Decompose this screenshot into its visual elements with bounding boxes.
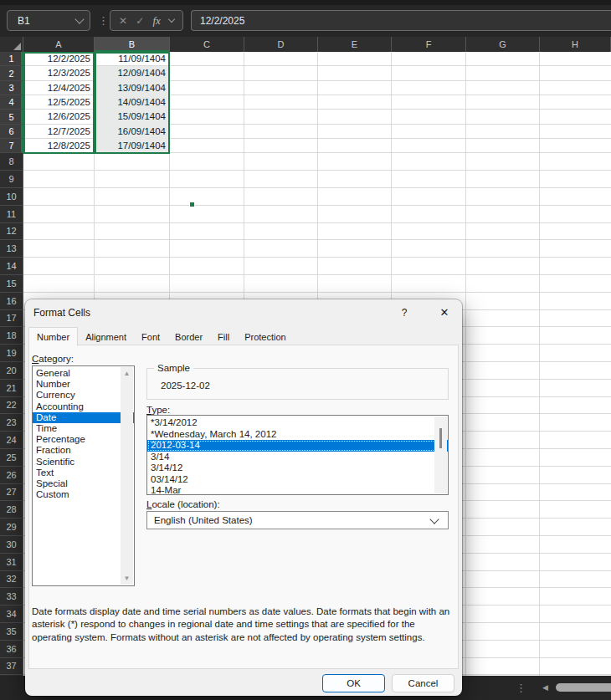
- dialog-tab-strip: NumberAlignmentFontBorderFillProtection: [28, 327, 294, 345]
- chevron-down-icon[interactable]: [168, 16, 175, 23]
- row-header-16[interactable]: 16: [0, 293, 23, 310]
- column-header-H[interactable]: H: [540, 37, 611, 52]
- ok-button[interactable]: OK: [322, 674, 385, 692]
- row-header-13[interactable]: 13: [0, 240, 23, 258]
- category-item-percentage[interactable]: Percentage: [33, 434, 134, 445]
- type-scrollbar-thumb[interactable]: [439, 428, 442, 448]
- fill-handle[interactable]: [189, 202, 195, 207]
- row-header-4[interactable]: 4: [0, 95, 23, 110]
- column-header-A[interactable]: A: [23, 37, 95, 52]
- scroll-down-icon[interactable]: ▼: [124, 575, 131, 582]
- title-strip: [0, 0, 611, 5]
- insert-function-icon[interactable]: fx: [152, 14, 160, 28]
- type-item-6[interactable]: 14-Mar: [147, 485, 448, 495]
- row-header-31[interactable]: 31: [0, 554, 23, 571]
- row-header-6[interactable]: 6: [0, 125, 23, 139]
- horizontal-scrollbar-thumb[interactable]: [556, 683, 611, 692]
- row-header-29[interactable]: 29: [0, 519, 23, 536]
- column-header-E[interactable]: E: [318, 37, 392, 52]
- close-icon[interactable]: ✕: [434, 304, 455, 321]
- category-item-fraction[interactable]: Fraction: [33, 445, 134, 456]
- category-item-general[interactable]: General: [33, 368, 134, 379]
- confirm-entry-icon[interactable]: ✓: [136, 15, 144, 27]
- type-item-2[interactable]: 2012-03-14: [147, 440, 448, 452]
- cancel-button[interactable]: Cancel: [392, 674, 454, 692]
- row-header-15[interactable]: 15: [0, 275, 23, 293]
- row-header-2[interactable]: 2: [0, 66, 23, 80]
- category-item-currency[interactable]: Currency: [33, 390, 134, 401]
- row-header-8[interactable]: 8: [0, 153, 23, 171]
- column-header-C[interactable]: C: [170, 37, 244, 52]
- category-item-time[interactable]: Time: [33, 423, 134, 434]
- row-header-7[interactable]: 7: [0, 139, 23, 153]
- row-header-33[interactable]: 33: [0, 588, 23, 605]
- category-item-number[interactable]: Number: [33, 379, 134, 390]
- row-header-27[interactable]: 27: [0, 484, 23, 502]
- row-header-30[interactable]: 30: [0, 536, 23, 554]
- column-header-B[interactable]: B: [95, 37, 170, 52]
- row-header-3[interactable]: 3: [0, 81, 23, 95]
- row-header-37[interactable]: 37: [0, 658, 23, 676]
- row-header-9[interactable]: 9: [0, 171, 23, 188]
- category-list: GeneralNumberCurrencyAccountingDateTimeP…: [33, 366, 134, 500]
- category-listbox[interactable]: GeneralNumberCurrencyAccountingDateTimeP…: [32, 365, 135, 586]
- type-item-5[interactable]: 03/14/12: [147, 474, 448, 486]
- row-header-21[interactable]: 21: [0, 380, 23, 397]
- row-header-24[interactable]: 24: [0, 432, 23, 449]
- type-item-3[interactable]: 3/14: [147, 452, 448, 463]
- category-item-scientific[interactable]: Scientific: [33, 457, 134, 468]
- category-item-date[interactable]: Date: [33, 412, 134, 423]
- scroll-left-icon[interactable]: ◀: [542, 683, 548, 692]
- select-all-corner[interactable]: [0, 37, 23, 52]
- category-item-custom[interactable]: Custom: [33, 489, 134, 500]
- tab-number[interactable]: Number: [28, 327, 78, 346]
- row-header-18[interactable]: 18: [0, 327, 23, 345]
- tab-alignment[interactable]: Alignment: [78, 330, 134, 345]
- cancel-entry-icon[interactable]: ✕: [119, 15, 127, 27]
- tab-protection[interactable]: Protection: [237, 330, 294, 345]
- category-item-accounting[interactable]: Accounting: [33, 401, 134, 412]
- selection-border-column-b: [95, 52, 170, 154]
- name-box[interactable]: B1: [7, 10, 90, 31]
- row-header-35[interactable]: 35: [0, 623, 23, 641]
- row-header-25[interactable]: 25: [0, 449, 23, 467]
- row-header-1[interactable]: 1: [0, 52, 23, 66]
- row-header-32[interactable]: 32: [0, 571, 23, 589]
- row-header-14[interactable]: 14: [0, 258, 23, 275]
- row-header-36[interactable]: 36: [0, 641, 23, 658]
- type-listbox[interactable]: *3/14/2012*Wednesday, March 14, 20122012…: [146, 415, 449, 495]
- row-header-10[interactable]: 10: [0, 188, 23, 206]
- row-header-5[interactable]: 5: [0, 110, 23, 124]
- column-header-G[interactable]: G: [466, 37, 540, 52]
- splitter-grip-icon[interactable]: ⋮: [516, 676, 526, 700]
- column-header-D[interactable]: D: [244, 37, 318, 52]
- type-item-1[interactable]: *Wednesday, March 14, 2012: [147, 429, 448, 441]
- type-scrollbar[interactable]: [434, 416, 447, 493]
- category-item-text[interactable]: Text: [33, 468, 134, 478]
- chevron-down-icon[interactable]: [74, 14, 84, 23]
- tab-border[interactable]: Border: [167, 330, 210, 345]
- category-scrollbar[interactable]: ▲ ▼: [121, 367, 133, 585]
- column-header-F[interactable]: F: [392, 37, 466, 52]
- row-header-17[interactable]: 17: [0, 310, 23, 328]
- row-header-26[interactable]: 26: [0, 467, 23, 484]
- locale-dropdown[interactable]: English (United States): [146, 511, 449, 529]
- tab-font[interactable]: Font: [134, 330, 167, 345]
- locale-value: English (United States): [154, 515, 253, 525]
- drag-grip-icon: ⋮: [98, 10, 109, 31]
- scroll-up-icon[interactable]: ▲: [124, 370, 131, 377]
- tab-fill[interactable]: Fill: [210, 330, 237, 345]
- row-header-23[interactable]: 23: [0, 414, 23, 432]
- type-item-4[interactable]: 3/14/12: [147, 462, 448, 474]
- row-header-20[interactable]: 20: [0, 362, 23, 380]
- row-header-11[interactable]: 11: [0, 206, 23, 223]
- row-header-12[interactable]: 12: [0, 223, 23, 241]
- row-header-28[interactable]: 28: [0, 501, 23, 519]
- row-header-34[interactable]: 34: [0, 605, 23, 623]
- formula-input[interactable]: 12/2/2025: [191, 10, 611, 31]
- row-header-22[interactable]: 22: [0, 397, 23, 415]
- category-item-special[interactable]: Special: [33, 478, 134, 489]
- help-button[interactable]: ?: [395, 304, 413, 321]
- row-header-19[interactable]: 19: [0, 345, 23, 362]
- type-item-0[interactable]: *3/14/2012: [147, 417, 448, 429]
